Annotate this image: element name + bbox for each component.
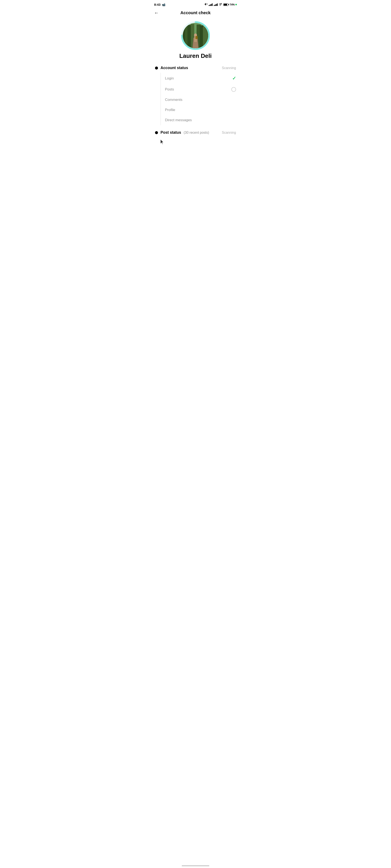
account-sub-items: Login ✓ Posts Comments Profile Direct me… — [160, 73, 236, 125]
svg-rect-19 — [196, 39, 197, 42]
account-status-title: Account status — [160, 66, 188, 70]
login-item: Login ✓ — [161, 73, 236, 84]
account-status-left: Account status — [155, 66, 188, 70]
profile-label: Profile — [165, 108, 175, 112]
comments-item: Comments — [161, 95, 236, 105]
status-time: 8:43 — [154, 3, 160, 6]
mute-icon — [204, 3, 208, 6]
account-status-scanning: Scanning — [222, 66, 236, 70]
signal-icon-1 — [209, 3, 213, 6]
posts-item: Posts — [161, 84, 236, 95]
posts-label: Posts — [165, 87, 174, 92]
svg-rect-18 — [194, 39, 195, 42]
nav-header: ← Account check — [150, 8, 241, 19]
posts-pending-icon — [231, 87, 236, 92]
battery-indicator: 74% — [223, 3, 237, 6]
account-status-bullet — [155, 66, 158, 69]
profile-section: Lauren Deli — [150, 19, 241, 61]
post-status-subtitle: (30 recent posts) — [184, 131, 209, 134]
login-label: Login — [165, 76, 174, 81]
post-status-bullet — [155, 131, 158, 134]
cursor-area — [160, 140, 165, 145]
account-status-header: Account status Scanning — [155, 66, 236, 70]
svg-rect-12 — [203, 27, 208, 48]
comments-label: Comments — [165, 98, 182, 102]
items-list: Account status Scanning Login ✓ Posts Co… — [150, 61, 241, 145]
svg-rect-17 — [196, 36, 198, 39]
signal-icon-2 — [214, 3, 218, 6]
cursor-icon — [160, 140, 165, 145]
post-status-scanning: Scanning — [222, 131, 236, 134]
post-status-left: Post status (30 recent posts) — [155, 130, 209, 135]
account-status-section: Account status Scanning Login ✓ Posts Co… — [155, 66, 236, 125]
user-name: Lauren Deli — [179, 53, 212, 59]
status-icons: 74% — [204, 3, 237, 6]
profile-item: Profile — [161, 105, 236, 115]
status-bar: 8:43 📹 — [150, 0, 241, 8]
post-status-header: Post status (30 recent posts) Scanning — [155, 130, 236, 135]
post-status-title: Post status — [160, 130, 181, 135]
camera-icon: 📹 — [162, 3, 166, 6]
page-title: Account check — [180, 10, 211, 15]
direct-messages-label: Direct messages — [165, 118, 192, 122]
wifi-icon — [219, 3, 222, 6]
direct-messages-item: Direct messages — [161, 115, 236, 125]
battery-percent: 74% — [230, 3, 235, 6]
avatar — [183, 23, 208, 48]
back-button[interactable]: ← — [154, 10, 159, 16]
avatar-container — [183, 23, 208, 48]
battery-icon — [223, 3, 229, 6]
post-status-section: Post status (30 recent posts) Scanning — [155, 130, 236, 145]
login-check-icon: ✓ — [232, 76, 236, 81]
battery-charging-dot — [235, 4, 237, 5]
status-time-area: 8:43 📹 — [154, 3, 166, 6]
home-bar — [182, 865, 209, 866]
